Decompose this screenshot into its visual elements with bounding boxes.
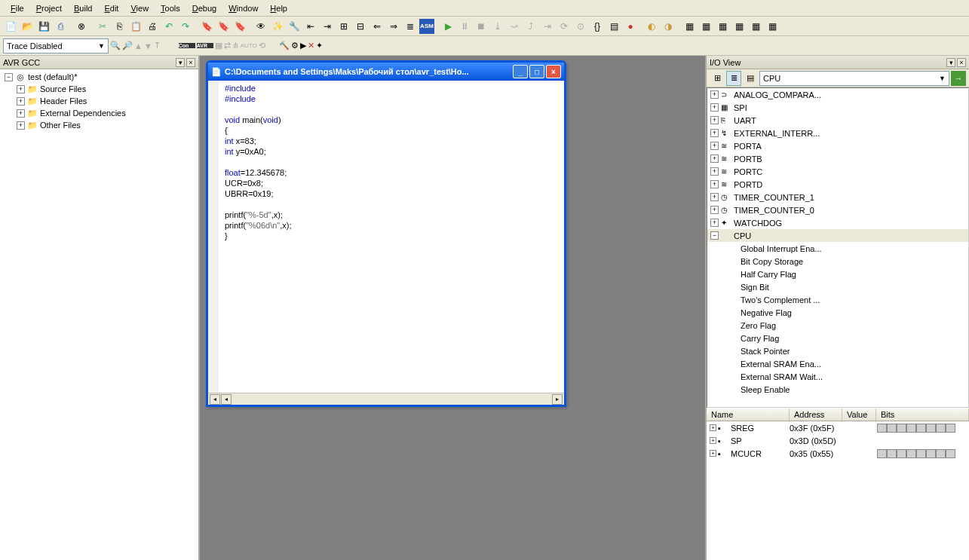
- menu-build[interactable]: Build: [68, 2, 98, 14]
- panel4-icon[interactable]: ▦: [731, 19, 747, 34]
- comment-icon[interactable]: ⊞: [336, 19, 351, 34]
- rebuild-icon[interactable]: ⚙: [291, 41, 299, 50]
- undo-icon[interactable]: ↶: [161, 19, 176, 34]
- register-bit[interactable]: [926, 449, 936, 458]
- nav-down-icon[interactable]: ▼: [144, 41, 152, 50]
- register-bit[interactable]: [946, 424, 955, 433]
- toggle2-icon[interactable]: ◑: [661, 19, 676, 34]
- build-icon[interactable]: 🔨: [279, 41, 290, 50]
- register-bit[interactable]: [936, 449, 946, 458]
- expand-icon[interactable]: +: [710, 155, 719, 163]
- link-icon[interactable]: ⇄: [224, 41, 231, 50]
- bookmark-next-icon[interactable]: 🔖: [216, 19, 231, 34]
- paste-icon[interactable]: 📋: [128, 19, 143, 34]
- register-bit[interactable]: [936, 424, 946, 433]
- expand-icon[interactable]: +: [17, 121, 25, 130]
- expand-icon[interactable]: +: [710, 437, 716, 444]
- indent-icon[interactable]: ⇒: [386, 19, 401, 34]
- io-register-item[interactable]: Half Carry Flag: [707, 268, 968, 280]
- register-row[interactable]: + ▪SP0x3D (0x5D): [707, 434, 969, 447]
- io-register-item[interactable]: Bit Copy Storage: [707, 255, 968, 268]
- bookmark-icon[interactable]: 🔖: [199, 19, 214, 34]
- new-file-icon[interactable]: 📄: [3, 19, 18, 34]
- register-bit[interactable]: [887, 449, 897, 458]
- branch-icon[interactable]: ⋔: [232, 41, 239, 50]
- register-bit[interactable]: [926, 424, 936, 433]
- tree-root[interactable]: − ◎ test (default)*: [2, 71, 197, 83]
- horizontal-scrollbar[interactable]: ◂◂ ▸: [208, 393, 564, 405]
- io-module-node[interactable]: +≋PORTB: [707, 152, 968, 165]
- io-register-item[interactable]: Two's Complement ...: [707, 293, 968, 306]
- menu-view[interactable]: View: [124, 2, 155, 14]
- register-bit[interactable]: [877, 449, 887, 458]
- scroll-right-icon[interactable]: ▸: [552, 394, 563, 405]
- window-minimize-icon[interactable]: _: [513, 65, 528, 78]
- save-all-icon[interactable]: ⎙: [53, 19, 68, 34]
- io-module-node[interactable]: +◷TIMER_COUNTER_1: [707, 191, 968, 203]
- io-module-node[interactable]: +✦WATCHDOG: [707, 216, 968, 229]
- cut-icon[interactable]: ✂: [95, 19, 110, 34]
- redo-icon[interactable]: ↷: [178, 19, 193, 34]
- close-doc-icon[interactable]: ⊗: [74, 19, 89, 34]
- expand-icon[interactable]: +: [17, 85, 25, 93]
- outdent-icon[interactable]: ⇐: [370, 19, 385, 34]
- register-bit[interactable]: [916, 424, 926, 433]
- register-row[interactable]: + ▪MCUCR0x35 (0x55): [707, 447, 969, 460]
- expand-icon[interactable]: +: [710, 206, 719, 214]
- io-register-item[interactable]: Carry Flag: [707, 332, 968, 344]
- indent-left-icon[interactable]: ⇤: [303, 19, 318, 34]
- expand-icon[interactable]: +: [710, 116, 719, 124]
- panel2-icon[interactable]: ▦: [698, 19, 713, 34]
- step-icon[interactable]: ⤓: [490, 19, 505, 34]
- collapse-icon[interactable]: −: [710, 231, 719, 240]
- io-module-node[interactable]: +⎘UART: [707, 114, 968, 127]
- expand-icon[interactable]: +: [710, 142, 719, 150]
- run-icon[interactable]: ▶: [440, 19, 455, 34]
- copy-icon[interactable]: ⎘: [112, 19, 127, 34]
- nav-up-icon[interactable]: ▲: [134, 41, 143, 50]
- auto-step-icon[interactable]: ⟳: [557, 19, 572, 34]
- stop-icon[interactable]: ⏹: [474, 19, 489, 34]
- collapse-icon[interactable]: −: [5, 73, 13, 81]
- io-filter-icon[interactable]: ▤: [743, 71, 758, 86]
- io-module-node[interactable]: +↯EXTERNAL_INTERR...: [707, 127, 968, 139]
- expand-icon[interactable]: +: [710, 193, 719, 201]
- bookmark-clear-icon[interactable]: 🔖: [232, 19, 247, 34]
- wrench-icon[interactable]: 🔧: [287, 19, 302, 34]
- trace-select[interactable]: Trace Disabled ▼: [3, 38, 109, 54]
- register-bit[interactable]: [906, 424, 916, 433]
- indent-right-icon[interactable]: ⇥: [320, 19, 335, 34]
- find-icon[interactable]: 👁: [253, 19, 268, 34]
- io-register-item[interactable]: External SRAM Ena...: [707, 357, 968, 370]
- menu-edit[interactable]: Edit: [98, 2, 124, 14]
- save-icon[interactable]: 💾: [36, 19, 51, 34]
- code-editor[interactable]: #include #include void main(void) { int …: [208, 81, 564, 393]
- panel-pin-icon[interactable]: ▾: [946, 58, 955, 67]
- expand-icon[interactable]: +: [710, 129, 719, 137]
- open-icon[interactable]: 📂: [20, 19, 35, 34]
- io-module-node[interactable]: +◷TIMER_COUNTER_0: [707, 203, 968, 216]
- format-icon[interactable]: ≣: [403, 19, 418, 34]
- register-bit[interactable]: [916, 449, 926, 458]
- register-bit[interactable]: [906, 449, 916, 458]
- io-register-item[interactable]: Stack Pointer: [707, 344, 968, 357]
- window-maximize-icon[interactable]: □: [529, 65, 544, 78]
- tree-folder[interactable]: +📁Header Files: [2, 95, 197, 107]
- editor-title-bar[interactable]: 📄 C:\Documents and Settings\Maks\Рабочий…: [208, 63, 564, 81]
- window-close-icon[interactable]: ×: [546, 65, 561, 78]
- io-tree-view-icon[interactable]: ⊞: [710, 71, 725, 86]
- avr-icon[interactable]: AVR: [197, 43, 213, 48]
- tree-folder[interactable]: +📁Other Files: [2, 119, 197, 131]
- expand-icon[interactable]: +: [17, 109, 25, 118]
- expand-icon[interactable]: +: [17, 97, 25, 106]
- io-module-node[interactable]: +≋PORTA: [707, 139, 968, 152]
- menu-tools[interactable]: Tools: [155, 2, 186, 14]
- pause-icon[interactable]: ⏸: [457, 19, 472, 34]
- run-cursor-icon[interactable]: ⇥: [540, 19, 555, 34]
- io-module-node[interactable]: −CPU: [707, 229, 968, 242]
- io-module-node[interactable]: +⊃ANALOG_COMPARA...: [707, 88, 968, 101]
- io-register-item[interactable]: External SRAM Wait...: [707, 370, 968, 383]
- io-module-select[interactable]: CPU ▼: [759, 71, 949, 86]
- panel6-icon[interactable]: ▦: [765, 19, 780, 34]
- reset-icon[interactable]: ⊙: [573, 19, 588, 34]
